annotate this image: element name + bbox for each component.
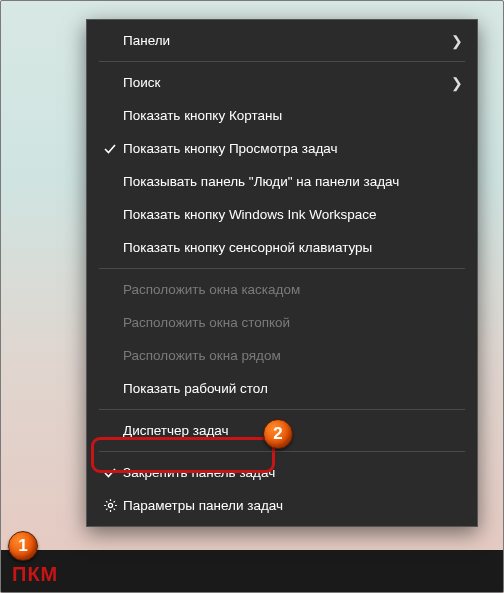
menu-item-show-desktop[interactable]: Показать рабочий стол (87, 372, 477, 405)
menu-item-show-people[interactable]: Показывать панель "Люди" на панели задач (87, 165, 477, 198)
menu-item-show-touch-keyboard[interactable]: Показать кнопку сенсорной клавиатуры (87, 231, 477, 264)
menu-label: Показывать панель "Люди" на панели задач (123, 174, 463, 189)
menu-item-sidebyside: Расположить окна рядом (87, 339, 477, 372)
menu-item-lock-taskbar[interactable]: Закрепить панель задач (87, 456, 477, 489)
chevron-right-icon: ❯ (451, 33, 463, 49)
menu-label: Показать рабочий стол (123, 381, 463, 396)
menu-item-panels[interactable]: Панели ❯ (87, 24, 477, 57)
menu-item-cascade: Расположить окна каскадом (87, 273, 477, 306)
menu-label: Расположить окна стопкой (123, 315, 463, 330)
screenshot-frame: Панели ❯ Поиск ❯ Показать кнопку Кортаны… (0, 0, 504, 593)
callout-number: 1 (18, 536, 27, 556)
callout-number: 2 (273, 424, 282, 444)
menu-label: Параметры панели задач (123, 498, 463, 513)
taskbar[interactable] (1, 550, 503, 592)
check-icon (97, 466, 123, 480)
menu-label: Поиск (123, 75, 451, 90)
chevron-right-icon: ❯ (451, 75, 463, 91)
svg-point-0 (108, 503, 112, 507)
menu-label: Показать кнопку Кортаны (123, 108, 463, 123)
taskbar-context-menu: Панели ❯ Поиск ❯ Показать кнопку Кортаны… (86, 19, 478, 527)
separator (99, 451, 465, 452)
menu-label: Расположить окна рядом (123, 348, 463, 363)
separator (99, 268, 465, 269)
separator (99, 61, 465, 62)
separator (99, 409, 465, 410)
annotation-rightclick-label: ПКМ (12, 563, 58, 586)
menu-item-show-ink[interactable]: Показать кнопку Windows Ink Workspace (87, 198, 477, 231)
gear-icon (97, 498, 123, 513)
annotation-callout-1: 1 (8, 531, 38, 561)
menu-item-show-cortana[interactable]: Показать кнопку Кортаны (87, 99, 477, 132)
menu-label: Показать кнопку Просмотра задач (123, 141, 463, 156)
menu-label: Показать кнопку Windows Ink Workspace (123, 207, 463, 222)
menu-item-search[interactable]: Поиск ❯ (87, 66, 477, 99)
menu-label: Показать кнопку сенсорной клавиатуры (123, 240, 463, 255)
menu-item-taskbar-settings[interactable]: Параметры панели задач (87, 489, 477, 522)
check-icon (97, 142, 123, 156)
menu-label: Диспетчер задач (123, 423, 463, 438)
menu-item-show-taskview[interactable]: Показать кнопку Просмотра задач (87, 132, 477, 165)
menu-label: Панели (123, 33, 451, 48)
menu-label: Закрепить панель задач (123, 465, 463, 480)
annotation-callout-2: 2 (263, 419, 293, 449)
menu-item-stack: Расположить окна стопкой (87, 306, 477, 339)
menu-label: Расположить окна каскадом (123, 282, 463, 297)
